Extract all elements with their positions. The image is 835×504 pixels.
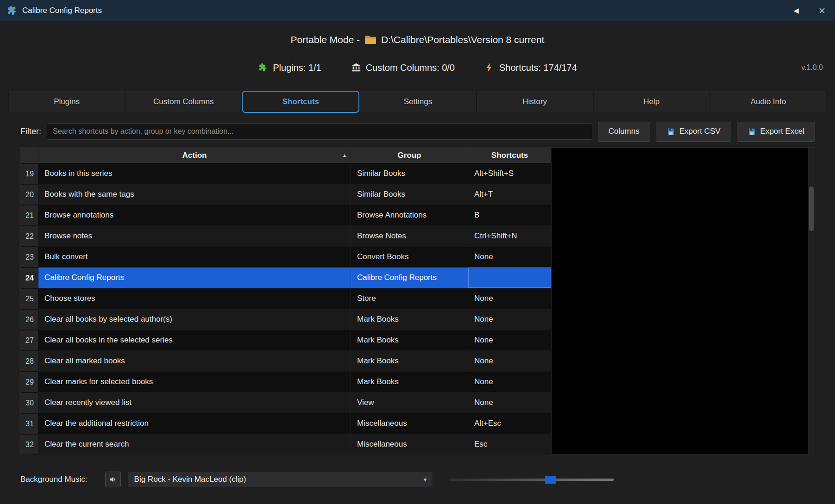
cell-group[interactable]: Similar Books [351,163,468,184]
cell-action[interactable]: Bulk convert [38,247,351,268]
cell-group[interactable]: Browse Notes [351,226,468,247]
table-row[interactable]: 29Clear marks for selected booksMark Boo… [21,372,815,392]
bank-icon [351,62,361,73]
table-row[interactable]: 30Clear recently viewed listViewNone [21,392,815,413]
export-excel-button[interactable]: Export Excel [737,122,815,142]
cell-action[interactable]: Clear the current search [38,434,351,455]
tab-plugins[interactable]: Plugins [8,91,125,113]
cell-shortcut[interactable]: None [468,372,552,392]
cell-action[interactable]: Clear marks for selected books [38,372,351,392]
table-row[interactable]: 22Browse notesBrowse NotesCtrl+Shift+N [21,226,815,247]
tab-shortcuts[interactable]: Shortcuts [242,91,359,113]
cell-shortcut[interactable]: None [468,330,552,351]
cell-group[interactable]: Mark Books [351,309,468,330]
table-row[interactable]: 23Bulk convertConvert BooksNone [21,247,815,268]
cell-shortcut[interactable]: B [468,205,552,226]
cell-action[interactable]: Clear recently viewed list [38,392,351,413]
export-csv-button-label: Export CSV [679,127,721,136]
puzzle-icon [258,62,268,73]
window-title: Calibre Config Reports [22,6,102,15]
table-row[interactable]: 24Calibre Config ReportsCalibre Config R… [21,268,815,288]
volume-handle[interactable] [545,476,556,484]
header-action[interactable]: Action ▲ [38,148,351,163]
sort-ascending-icon: ▲ [342,153,347,158]
cell-action[interactable]: Browse notes [38,226,351,247]
table-row[interactable]: 21Browse annotationsBrowse AnnotationsB [21,205,815,226]
music-track-select[interactable]: Big Rock - Kevin MacLeod (clip) ▾ [127,471,433,488]
volume-slider[interactable] [449,472,614,487]
cell-action[interactable]: Clear all books in the selected series [38,330,351,351]
cell-shortcut[interactable]: Alt+Esc [468,413,552,434]
cell-group[interactable]: Mark Books [351,351,468,372]
table-row[interactable]: 27Clear all books in the selected series… [21,330,815,351]
cell-group[interactable]: Calibre Config Reports [351,268,468,288]
columns-button[interactable]: Columns [598,122,650,142]
stat-shortcuts: Shortcuts: 174/174 [484,62,577,73]
export-csv-button[interactable]: Export CSV [656,122,731,142]
cell-action[interactable]: Calibre Config Reports [38,268,351,288]
cell-shortcut[interactable]: Ctrl+Shift+N [468,226,552,247]
cell-shortcut[interactable]: None [468,247,552,268]
row-number: 27 [21,330,38,351]
cell-group[interactable]: Miscellaneous [351,434,468,455]
tab-history[interactable]: History [477,91,593,113]
table-row[interactable]: 20Books with the same tagsSimilar BooksA… [21,184,815,205]
titlebar: Calibre Config Reports ◀ [0,0,835,21]
tab-settings[interactable]: Settings [359,91,476,113]
cell-action[interactable]: Choose stores [38,288,351,309]
header-group-label: Group [398,151,421,160]
cell-group[interactable]: Browse Annotations [351,205,468,226]
cell-shortcut[interactable]: None [468,351,552,372]
row-number: 25 [21,288,38,309]
table-row[interactable]: 19Books in this seriesSimilar BooksAlt+S… [21,163,815,184]
shortcuts-table: Action ▲ Group Shortcuts 19Books in this… [20,147,815,454]
cell-shortcut[interactable]: None [468,288,552,309]
version-label: v.1.0.0 [801,63,823,72]
music-track-value: Big Rock - Kevin MacLeod (clip) [128,475,424,484]
row-number: 30 [21,392,38,413]
tab-custom-columns[interactable]: Custom Columns [125,91,242,113]
tab-bar: PluginsCustom ColumnsShortcutsSettingsHi… [8,91,827,113]
cell-group[interactable]: Store [351,288,468,309]
cell-group[interactable]: Miscellaneous [351,413,468,434]
row-number: 31 [21,413,38,434]
cell-shortcut[interactable]: None [468,392,552,413]
cell-group[interactable]: Mark Books [351,330,468,351]
search-input[interactable] [47,123,592,140]
row-number: 24 [21,268,38,288]
header-group[interactable]: Group [351,148,468,163]
cell-shortcut[interactable]: Alt+T [468,184,552,205]
row-number: 22 [21,226,38,247]
tab-audio-info[interactable]: Audio Info [710,91,827,113]
tab-help[interactable]: Help [593,91,710,113]
table-row[interactable]: 26Clear all books by selected author(s)M… [21,309,815,330]
cell-shortcut[interactable]: Alt+Shift+S [468,163,552,184]
cell-group[interactable]: View [351,392,468,413]
cell-action[interactable]: Books with the same tags [38,184,351,205]
vertical-scrollbar[interactable] [808,148,815,454]
table-row[interactable]: 32Clear the current searchMiscellaneousE… [21,434,815,455]
table-row[interactable]: 25Choose storesStoreNone [21,288,815,309]
cell-action[interactable]: Browse annotations [38,205,351,226]
cell-group[interactable]: Convert Books [351,247,468,268]
volume-track [449,479,614,481]
cell-action[interactable]: Clear all marked books [38,351,351,372]
cell-shortcut[interactable] [468,268,552,288]
cell-shortcut[interactable]: Esc [468,434,552,455]
cell-action[interactable]: Clear the additional restriction [38,413,351,434]
close-button[interactable] [809,0,835,21]
scrollbar-thumb[interactable] [809,187,814,231]
row-number: 21 [21,205,38,226]
back-button[interactable]: ◀ [783,0,809,21]
row-number: 32 [21,434,38,455]
cell-group[interactable]: Mark Books [351,372,468,392]
table-row[interactable]: 31Clear the additional restrictionMiscel… [21,413,815,434]
mute-button[interactable] [105,472,121,487]
row-number: 23 [21,247,38,268]
cell-action[interactable]: Clear all books by selected author(s) [38,309,351,330]
header-shortcuts[interactable]: Shortcuts [468,148,552,163]
cell-shortcut[interactable]: None [468,309,552,330]
cell-action[interactable]: Books in this series [38,163,351,184]
cell-group[interactable]: Similar Books [351,184,468,205]
table-row[interactable]: 28Clear all marked booksMark BooksNone [21,351,815,372]
